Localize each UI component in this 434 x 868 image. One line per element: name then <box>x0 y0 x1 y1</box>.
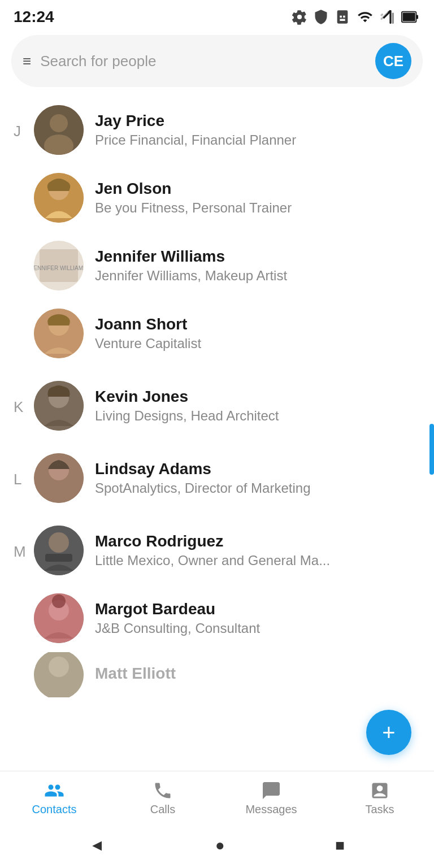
fab-plus-icon: + <box>382 721 395 744</box>
contact-margot-bardeau[interactable]: Margot Bardeau J&B Consulting, Consultan… <box>34 584 425 652</box>
nav-messages[interactable]: Messages <box>217 780 326 816</box>
signal-icon <box>380 9 394 25</box>
contact-info-kevin-jones: Kevin Jones Living Designs, Head Archite… <box>95 388 420 424</box>
svg-rect-7 <box>416 15 419 19</box>
battery-icon <box>400 9 420 25</box>
avatar-jennifer-williams: JENNIFER WILLIAMS <box>34 241 84 290</box>
contact-list: J Jay Price Price Financial, Financial P… <box>0 96 434 697</box>
nav-contacts-label: Contacts <box>32 803 77 816</box>
svg-rect-25 <box>45 554 72 562</box>
phone-icon <box>153 780 173 801</box>
contact-info-lindsay-adams: Lindsay Adams SpotAnalytics, Director of… <box>95 460 420 496</box>
home-button[interactable]: ● <box>215 836 225 854</box>
status-time: 12:24 <box>14 8 54 26</box>
nav-contacts[interactable]: Contacts <box>0 780 108 816</box>
avatar-marco-rodriguez <box>34 526 84 575</box>
sim-icon <box>335 9 350 25</box>
svg-point-30 <box>49 657 69 677</box>
contact-matt-elliott[interactable]: Matt Elliott <box>34 652 425 697</box>
add-contact-fab[interactable]: + <box>366 710 411 755</box>
contact-name: Margot Bardeau <box>95 600 420 618</box>
section-m: M Marco Rodriguez Little Mexico, Owner a… <box>9 517 425 697</box>
contact-kevin-jones[interactable]: Kevin Jones Living Designs, Head Archite… <box>34 372 425 440</box>
avatar-kevin-jones <box>34 381 84 431</box>
status-icons <box>292 9 420 25</box>
svg-text:JENNIFER WILLIAMS: JENNIFER WILLIAMS <box>34 265 84 271</box>
contact-info-joann-short: Joann Short Venture Capitalist <box>95 315 420 351</box>
avatar-jay-price <box>34 105 84 155</box>
contact-name: Matt Elliott <box>95 665 420 683</box>
svg-point-24 <box>49 532 69 553</box>
gear-icon <box>292 9 307 25</box>
avatar-jen-olson <box>34 173 84 223</box>
avatar-margot-bardeau <box>34 593 84 643</box>
message-icon <box>261 780 281 801</box>
hamburger-menu-icon[interactable]: ≡ <box>23 54 31 68</box>
svg-rect-5 <box>392 12 394 23</box>
contact-subtitle: J&B Consulting, Consultant <box>95 620 420 636</box>
contact-subtitle: Venture Capitalist <box>95 336 420 351</box>
contact-name: Lindsay Adams <box>95 460 420 478</box>
scroll-indicator <box>429 424 434 475</box>
svg-point-28 <box>52 594 66 608</box>
contact-info-marco-rodriguez: Marco Rodriguez Little Mexico, Owner and… <box>95 532 420 568</box>
contact-name: Marco Rodriguez <box>95 532 420 550</box>
contact-subtitle: Jennifer Williams, Makeup Artist <box>95 268 420 284</box>
svg-rect-8 <box>403 12 415 21</box>
shield-icon <box>313 9 329 25</box>
status-bar: 12:24 <box>0 0 434 31</box>
wifi-icon <box>356 9 374 25</box>
contact-subtitle: SpotAnalytics, Director of Marketing <box>95 480 420 496</box>
section-k: K Kevin Jones Living Designs, Head Archi… <box>9 372 425 440</box>
contact-lindsay-adams[interactable]: Lindsay Adams SpotAnalytics, Director of… <box>34 444 425 512</box>
contact-name: Jennifer Williams <box>95 248 420 266</box>
svg-rect-2 <box>343 16 345 18</box>
nav-tasks-label: Tasks <box>365 803 394 816</box>
avatar-matt-elliott <box>34 652 84 697</box>
svg-rect-4 <box>389 10 391 24</box>
svg-rect-0 <box>337 10 348 23</box>
tasks-icon <box>370 780 390 801</box>
contact-marco-rodriguez[interactable]: Marco Rodriguez Little Mexico, Owner and… <box>34 517 425 584</box>
contact-subtitle: Price Financial, Financial Planner <box>95 132 420 148</box>
contact-info-jennifer-williams: Jennifer Williams Jennifer Williams, Mak… <box>95 248 420 284</box>
section-j: J Jay Price Price Financial, Financial P… <box>9 96 425 367</box>
contact-joann-short[interactable]: Joann Short Venture Capitalist <box>34 300 425 367</box>
contact-subtitle: Be you Fitness, Personal Trainer <box>95 200 420 216</box>
contact-info-matt-elliott: Matt Elliott <box>95 665 420 685</box>
nav-calls-label: Calls <box>150 803 175 816</box>
contact-subtitle: Living Designs, Head Architect <box>95 408 420 424</box>
contact-jennifer-williams[interactable]: JENNIFER WILLIAMS Jennifer Williams Jenn… <box>34 232 425 300</box>
section-letter-m: M <box>9 539 34 563</box>
user-avatar-badge[interactable]: CE <box>375 43 411 79</box>
svg-point-10 <box>50 114 68 132</box>
contact-info-jay-price: Jay Price Price Financial, Financial Pla… <box>95 112 420 148</box>
contact-name: Joann Short <box>95 315 420 333</box>
contact-subtitle: Little Mexico, Owner and General Ma... <box>95 553 420 568</box>
bottom-nav: Contacts Calls Messages Tasks <box>0 771 434 823</box>
back-button[interactable]: ◄ <box>89 836 105 854</box>
avatar-lindsay-adams <box>34 453 84 503</box>
contact-info-margot-bardeau: Margot Bardeau J&B Consulting, Consultan… <box>95 600 420 636</box>
svg-rect-1 <box>340 16 342 18</box>
section-letter-j: J <box>9 118 34 142</box>
section-letter-l: L <box>9 466 34 491</box>
contact-jay-price[interactable]: Jay Price Price Financial, Financial Pla… <box>34 96 425 164</box>
contact-info-jen-olson: Jen Olson Be you Fitness, Personal Train… <box>95 180 420 216</box>
search-placeholder[interactable]: Search for people <box>40 53 366 70</box>
nav-messages-label: Messages <box>245 803 297 816</box>
contact-name: Kevin Jones <box>95 388 420 406</box>
contact-name: Jay Price <box>95 112 420 130</box>
contacts-icon <box>44 780 64 801</box>
nav-tasks[interactable]: Tasks <box>326 780 434 816</box>
recent-button[interactable]: ■ <box>335 836 345 854</box>
avatar-joann-short <box>34 309 84 358</box>
contact-name: Jen Olson <box>95 180 420 198</box>
section-letter-k: K <box>9 394 34 418</box>
nav-calls[interactable]: Calls <box>108 780 217 816</box>
contact-jen-olson[interactable]: Jen Olson Be you Fitness, Personal Train… <box>34 164 425 232</box>
section-l: L Lindsay Adams SpotAnalytics, Director … <box>9 444 425 512</box>
svg-rect-3 <box>340 19 345 21</box>
android-nav: ◄ ● ■ <box>0 823 434 868</box>
search-bar[interactable]: ≡ Search for people CE <box>11 35 423 87</box>
